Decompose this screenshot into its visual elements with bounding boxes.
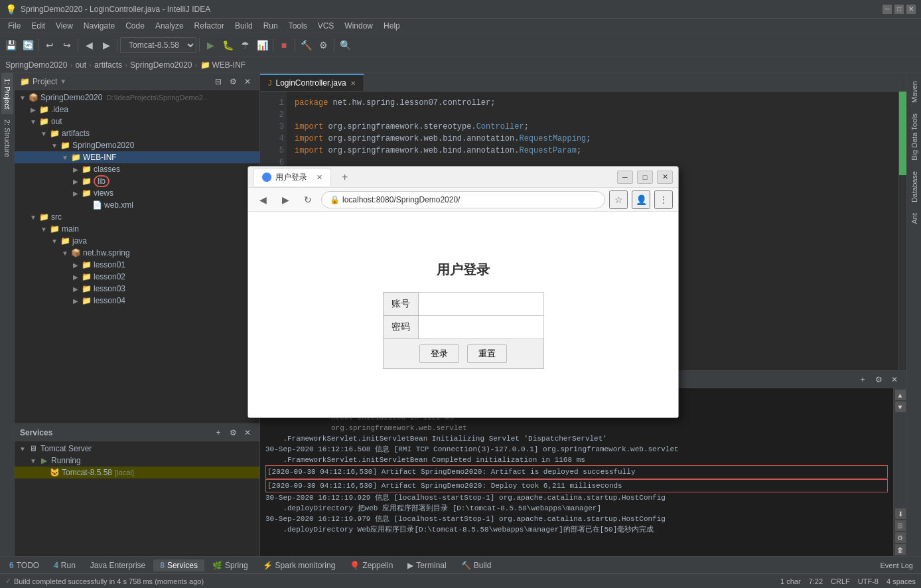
browser-menu-btn[interactable]: ⋮ bbox=[654, 190, 673, 209]
menu-navigate[interactable]: Navigate bbox=[78, 20, 120, 32]
bottom-tab-terminal[interactable]: ▶ Terminal bbox=[401, 559, 453, 571]
sidebar-settings[interactable]: ⚙ bbox=[226, 75, 240, 88]
tree-item-lesson02[interactable]: ▶ 📁 lesson02 bbox=[15, 271, 259, 283]
tree-item-out[interactable]: ▼ 📁 out bbox=[15, 115, 259, 127]
tree-item-webxml[interactable]: ▶ 📄 web.xml bbox=[15, 199, 259, 211]
sync-button[interactable]: 🔄 bbox=[20, 37, 36, 53]
breadcrumb-project[interactable]: SpringDemo2020 bbox=[5, 60, 67, 70]
breadcrumb-out[interactable]: out bbox=[75, 60, 86, 70]
build2-button[interactable]: ⚙ bbox=[315, 37, 331, 53]
services-close-button[interactable]: ✕ bbox=[241, 426, 254, 439]
menu-file[interactable]: File bbox=[3, 20, 26, 32]
maximize-button[interactable]: □ bbox=[894, 5, 904, 14]
status-encoding[interactable]: UTF-8 bbox=[858, 577, 879, 585]
breadcrumb-springdemo[interactable]: SpringDemo2020 bbox=[130, 60, 192, 70]
tree-item-idea[interactable]: ▶ 📁 .idea bbox=[15, 104, 259, 115]
sidebar-collapse-all[interactable]: ⊟ bbox=[212, 75, 225, 88]
status-line-endings[interactable]: CRLF bbox=[831, 577, 850, 585]
services-item-tomcat-local[interactable]: ▶ 🐱 Tomcat-8.5.58 [local] bbox=[15, 467, 259, 478]
breadcrumb-webinf[interactable]: 📁 WEB-INF bbox=[200, 60, 246, 70]
login-reset-button[interactable]: 重置 bbox=[467, 344, 507, 363]
menu-analyze[interactable]: Analyze bbox=[150, 20, 189, 32]
left-tab-project[interactable]: 1: Project bbox=[1, 73, 13, 114]
menu-edit[interactable]: Edit bbox=[26, 20, 50, 32]
browser-tab-close[interactable]: ✕ bbox=[317, 173, 322, 182]
right-tab-maven[interactable]: Maven bbox=[908, 76, 920, 108]
log-scroll-up[interactable]: ▲ bbox=[895, 390, 906, 400]
undo-button[interactable]: ↩ bbox=[42, 37, 58, 53]
log-close-button[interactable]: ✕ bbox=[888, 373, 901, 386]
tree-item-main[interactable]: ▼ 📁 main bbox=[15, 223, 259, 235]
profiler-button[interactable]: 📊 bbox=[254, 37, 270, 53]
services-item-running[interactable]: ▼ ▶ Running bbox=[15, 455, 259, 467]
menu-build[interactable]: Build bbox=[230, 20, 258, 32]
browser-maximize[interactable]: □ bbox=[637, 171, 653, 184]
menu-refactor[interactable]: Refactor bbox=[189, 20, 230, 32]
tree-item-lesson03[interactable]: ▶ 📁 lesson03 bbox=[15, 283, 259, 295]
bottom-tab-services[interactable]: 8 Services bbox=[153, 559, 204, 571]
minimize-button[interactable]: ─ bbox=[883, 5, 892, 14]
bottom-tab-javaenterprise[interactable]: Java Enterprise bbox=[84, 559, 152, 571]
browser-bookmark-btn[interactable]: ☆ bbox=[609, 190, 628, 209]
bottom-tab-zeppelin[interactable]: 🎈 Zeppelin bbox=[343, 559, 399, 571]
log-filter-button[interactable]: ☰ bbox=[895, 520, 906, 531]
browser-tab[interactable]: 用户登录 ✕ bbox=[253, 169, 331, 186]
menu-tools[interactable]: Tools bbox=[283, 20, 313, 32]
tab-logincontroller[interactable]: J LoginController.java ✕ bbox=[260, 74, 364, 91]
browser-minimize[interactable]: ─ bbox=[617, 171, 633, 184]
bottom-tab-run[interactable]: 4 Run bbox=[47, 559, 82, 571]
sidebar-dropdown-icon[interactable]: ▼ bbox=[60, 78, 66, 85]
tree-item-classes[interactable]: ▶ 📁 classes bbox=[15, 163, 259, 175]
tree-item-nethwspring[interactable]: ▼ 📦 net.hw.spring bbox=[15, 247, 259, 259]
tree-item-lib[interactable]: ▶ 📁 lib bbox=[15, 175, 259, 187]
log-settings-button[interactable]: ⚙ bbox=[872, 373, 885, 386]
services-item-tomcat-server[interactable]: ▼ 🖥 Tomcat Server bbox=[15, 443, 259, 455]
services-add-button[interactable]: + bbox=[212, 426, 225, 439]
stop-button[interactable]: ■ bbox=[276, 37, 292, 53]
sidebar-close[interactable]: ✕ bbox=[241, 75, 254, 88]
tree-item-webinf[interactable]: ▼ 📁 WEB-INF bbox=[15, 151, 259, 163]
url-bar[interactable]: 🔒 localhost:8080/SpringDemo2020/ bbox=[321, 191, 605, 208]
services-settings-button[interactable]: ⚙ bbox=[226, 426, 240, 439]
browser-back-btn[interactable]: ◀ bbox=[253, 190, 272, 209]
tree-item-views[interactable]: ▶ 📁 views bbox=[15, 187, 259, 199]
tree-item-lesson01[interactable]: ▶ 📁 lesson01 bbox=[15, 259, 259, 271]
breadcrumb-artifacts[interactable]: artifacts bbox=[94, 60, 122, 70]
bottom-tab-todo[interactable]: 6 TODO bbox=[3, 559, 46, 571]
login-input-account[interactable] bbox=[421, 295, 541, 313]
menu-window[interactable]: Window bbox=[339, 20, 378, 32]
redo-button[interactable]: ↪ bbox=[59, 37, 75, 53]
status-indent[interactable]: 4 spaces bbox=[886, 577, 916, 585]
bottom-tab-build[interactable]: 🔨 Build bbox=[455, 559, 498, 571]
browser-new-tab[interactable]: + bbox=[336, 171, 353, 183]
tree-item-springdemo-artifacts[interactable]: ▼ 📁 SpringDemo2020 bbox=[15, 139, 259, 151]
coverage-button[interactable]: ☂ bbox=[237, 37, 253, 53]
run-config-select[interactable]: Tomcat-8.5.58 bbox=[120, 37, 196, 53]
status-position[interactable]: 7:22 bbox=[809, 577, 823, 585]
menu-vcs[interactable]: VCS bbox=[313, 20, 340, 32]
bottom-tab-spark-monitoring[interactable]: ⚡ Spark monitoring bbox=[256, 559, 342, 571]
right-tab-bigdata[interactable]: Big Data Tools bbox=[908, 108, 920, 166]
search-everywhere-button[interactable]: 🔍 bbox=[337, 37, 353, 53]
menu-code[interactable]: Code bbox=[120, 20, 150, 32]
save-all-button[interactable]: 💾 bbox=[3, 37, 19, 53]
tree-item-lesson04[interactable]: ▶ 📁 lesson04 bbox=[15, 295, 259, 307]
tree-item-java[interactable]: ▼ 📁 java bbox=[15, 235, 259, 247]
menu-view[interactable]: View bbox=[50, 20, 78, 32]
login-input-password[interactable] bbox=[421, 319, 541, 336]
close-button[interactable]: ✕ bbox=[906, 5, 916, 14]
tree-item-artifacts[interactable]: ▼ 📁 artifacts bbox=[15, 127, 259, 139]
log-add-button[interactable]: + bbox=[856, 373, 869, 386]
run-button[interactable]: ▶ bbox=[202, 37, 218, 53]
build-artifact-button[interactable]: 🔨 bbox=[298, 37, 314, 53]
log-settings-btn2[interactable]: ⚙ bbox=[895, 532, 906, 543]
browser-refresh-btn[interactable]: ↻ bbox=[299, 190, 317, 209]
browser-close[interactable]: ✕ bbox=[657, 171, 673, 184]
right-tab-database[interactable]: Database bbox=[908, 166, 920, 208]
debug-button[interactable]: 🐛 bbox=[220, 37, 236, 53]
event-log-link[interactable]: Event Log bbox=[875, 560, 918, 571]
log-scroll-bottom[interactable]: ⬇ bbox=[895, 508, 906, 519]
left-tab-structure[interactable]: 2: Structure bbox=[1, 114, 13, 163]
log-scroll-down[interactable]: ▼ bbox=[895, 402, 906, 412]
services-tree[interactable]: ▼ 🖥 Tomcat Server ▼ ▶ Running ▶ 🐱 Tomcat… bbox=[15, 441, 259, 556]
